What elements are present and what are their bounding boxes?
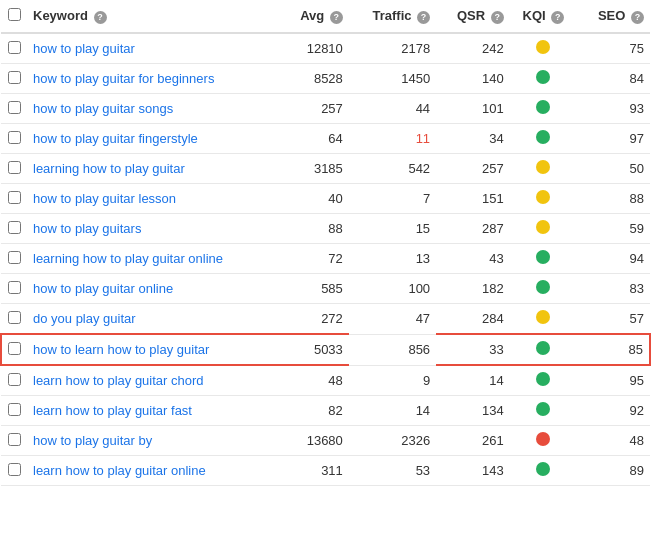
kqi-dot-yellow (536, 220, 550, 234)
traffic-help-icon[interactable]: ? (417, 11, 430, 24)
qsr-cell: 284 (436, 304, 510, 335)
qsr-cell: 287 (436, 214, 510, 244)
row-checkbox[interactable] (8, 161, 21, 174)
keyword-link[interactable]: how to play guitar for beginners (33, 71, 214, 86)
table-row: learning how to play guitar318554225750 (1, 154, 650, 184)
kqi-cell (510, 274, 577, 304)
row-checkbox[interactable] (8, 41, 21, 54)
avg-cell: 272 (280, 304, 349, 335)
keyword-link[interactable]: learn how to play guitar chord (33, 373, 204, 388)
table-row: how to learn how to play guitar503385633… (1, 334, 650, 365)
kqi-dot-green (536, 341, 550, 355)
kqi-cell (510, 396, 577, 426)
kqi-dot-green (536, 250, 550, 264)
keyword-link[interactable]: learn how to play guitar fast (33, 403, 192, 418)
keyword-link[interactable]: how to play guitar songs (33, 101, 173, 116)
row-checkbox[interactable] (8, 131, 21, 144)
seo-help-icon[interactable]: ? (631, 11, 644, 24)
keyword-cell: learn how to play guitar fast (27, 396, 280, 426)
kqi-dot-green (536, 130, 550, 144)
kqi-cell (510, 244, 577, 274)
kqi-dot-green (536, 462, 550, 476)
row-checkbox[interactable] (8, 342, 21, 355)
traffic-cell: 44 (349, 94, 436, 124)
row-checkbox[interactable] (8, 191, 21, 204)
keyword-link[interactable]: learning how to play guitar (33, 161, 185, 176)
keyword-cell: learn how to play guitar chord (27, 365, 280, 396)
row-checkbox[interactable] (8, 373, 21, 386)
qsr-cell: 14 (436, 365, 510, 396)
kqi-dot-yellow (536, 310, 550, 324)
header-qsr: QSR ? (436, 0, 510, 33)
traffic-cell: 14 (349, 396, 436, 426)
qsr-cell: 151 (436, 184, 510, 214)
header-kqi: KQI ? (510, 0, 577, 33)
qsr-cell: 261 (436, 426, 510, 456)
keyword-link[interactable]: how to play guitar lesson (33, 191, 176, 206)
avg-help-icon[interactable]: ? (330, 11, 343, 24)
seo-cell: 95 (577, 365, 650, 396)
keyword-link[interactable]: how to play guitar online (33, 281, 173, 296)
row-checkbox-cell (1, 94, 27, 124)
row-checkbox[interactable] (8, 463, 21, 476)
avg-cell: 8528 (280, 64, 349, 94)
qsr-cell: 182 (436, 274, 510, 304)
row-checkbox[interactable] (8, 433, 21, 446)
row-checkbox[interactable] (8, 311, 21, 324)
row-checkbox-cell (1, 244, 27, 274)
keyword-link[interactable]: how to play guitar (33, 41, 135, 56)
table-row: do you play guitar2724728457 (1, 304, 650, 335)
row-checkbox[interactable] (8, 281, 21, 294)
avg-cell: 72 (280, 244, 349, 274)
keyword-cell: do you play guitar (27, 304, 280, 335)
seo-cell: 75 (577, 33, 650, 64)
traffic-cell: 13 (349, 244, 436, 274)
table-row: how to play guitar by13680232626148 (1, 426, 650, 456)
qsr-cell: 257 (436, 154, 510, 184)
avg-cell: 48 (280, 365, 349, 396)
keyword-link[interactable]: do you play guitar (33, 311, 136, 326)
table-row: learning how to play guitar online721343… (1, 244, 650, 274)
kqi-cell (510, 334, 577, 365)
table-row: how to play guitar for beginners85281450… (1, 64, 650, 94)
keyword-link[interactable]: how to play guitars (33, 221, 141, 236)
row-checkbox[interactable] (8, 403, 21, 416)
qsr-help-icon[interactable]: ? (491, 11, 504, 24)
traffic-cell: 2178 (349, 33, 436, 64)
kqi-dot-yellow (536, 160, 550, 174)
qsr-cell: 101 (436, 94, 510, 124)
keyword-link[interactable]: how to learn how to play guitar (33, 342, 209, 357)
qsr-cell: 33 (436, 334, 510, 365)
keyword-cell: how to play guitar lesson (27, 184, 280, 214)
table-row: how to play guitar lesson40715188 (1, 184, 650, 214)
row-checkbox-cell (1, 396, 27, 426)
keyword-link[interactable]: learning how to play guitar online (33, 251, 223, 266)
keyword-link[interactable]: how to play guitar by (33, 433, 152, 448)
header-traffic: Traffic ? (349, 0, 436, 33)
row-checkbox[interactable] (8, 101, 21, 114)
header-keyword: Keyword ? (27, 0, 280, 33)
seo-cell: 83 (577, 274, 650, 304)
kqi-dot-green (536, 70, 550, 84)
keyword-cell: how to play guitar by (27, 426, 280, 456)
row-checkbox[interactable] (8, 251, 21, 264)
keyword-cell: how to play guitar for beginners (27, 64, 280, 94)
table-row: how to play guitar online58510018283 (1, 274, 650, 304)
kqi-cell (510, 154, 577, 184)
select-all-checkbox[interactable] (8, 8, 21, 21)
keyword-cell: how to play guitar songs (27, 94, 280, 124)
traffic-cell: 7 (349, 184, 436, 214)
kqi-help-icon[interactable]: ? (551, 11, 564, 24)
row-checkbox-cell (1, 456, 27, 486)
keyword-help-icon[interactable]: ? (94, 11, 107, 24)
row-checkbox-cell (1, 154, 27, 184)
keyword-link[interactable]: how to play guitar fingerstyle (33, 131, 198, 146)
traffic-cell: 15 (349, 214, 436, 244)
row-checkbox-cell (1, 64, 27, 94)
kqi-cell (510, 456, 577, 486)
keyword-link[interactable]: learn how to play guitar online (33, 463, 206, 478)
row-checkbox[interactable] (8, 221, 21, 234)
traffic-cell: 100 (349, 274, 436, 304)
seo-cell: 97 (577, 124, 650, 154)
row-checkbox[interactable] (8, 71, 21, 84)
